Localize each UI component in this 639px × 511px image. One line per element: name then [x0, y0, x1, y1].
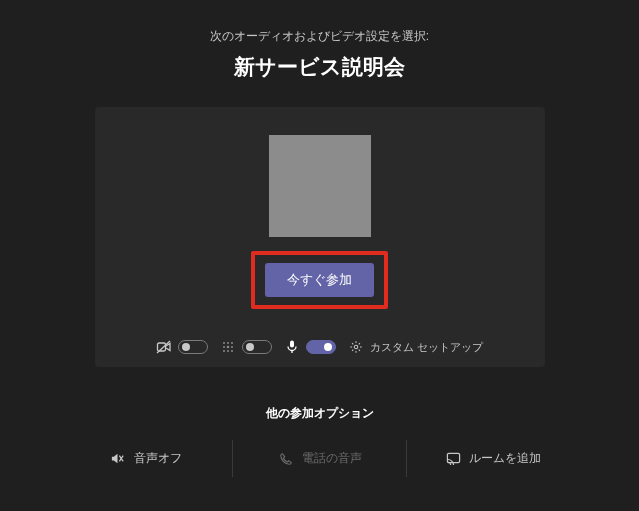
av-settings-subtitle: 次のオーディオおよびビデオ設定を選択: [0, 28, 639, 45]
background-blur-icon [220, 339, 236, 355]
phone-icon [278, 451, 294, 467]
svg-point-8 [223, 350, 225, 352]
gear-icon [348, 339, 364, 355]
phone-audio-label: 電話の音声 [302, 450, 362, 467]
add-room-option[interactable]: ルームを追加 [407, 440, 580, 477]
svg-point-4 [231, 342, 233, 344]
svg-point-6 [227, 346, 230, 349]
video-preview-card: 今すぐ参加 [95, 107, 545, 367]
phone-audio-option[interactable]: 電話の音声 [233, 440, 407, 477]
av-controls-bar: カスタム セットアップ [95, 339, 545, 355]
other-options-heading: 他の参加オプション [0, 405, 639, 422]
other-options-row: 音声オフ 電話の音声 ルームを追加 [60, 440, 580, 477]
speaker-off-icon [110, 451, 126, 467]
join-highlight: 今すぐ参加 [251, 251, 388, 309]
avatar-placeholder [269, 135, 371, 237]
custom-setup-label: カスタム セットアップ [370, 340, 483, 355]
svg-point-13 [354, 345, 358, 349]
custom-setup-button[interactable]: カスタム セットアップ [348, 339, 483, 355]
svg-point-5 [223, 346, 225, 348]
svg-point-10 [231, 350, 233, 352]
camera-toggle[interactable] [178, 340, 208, 354]
camera-off-icon [156, 339, 172, 355]
svg-rect-16 [447, 453, 459, 462]
microphone-icon [284, 339, 300, 355]
audio-off-label: 音声オフ [134, 450, 182, 467]
svg-point-7 [231, 346, 233, 348]
microphone-toggle[interactable] [306, 340, 336, 354]
blur-toggle[interactable] [242, 340, 272, 354]
add-room-label: ルームを追加 [469, 450, 541, 467]
cast-icon [445, 451, 461, 467]
join-now-button[interactable]: 今すぐ参加 [265, 263, 374, 297]
svg-point-2 [223, 342, 225, 344]
svg-point-9 [227, 350, 229, 352]
svg-rect-11 [290, 341, 294, 348]
svg-point-3 [227, 342, 229, 344]
meeting-title: 新サービス説明会 [0, 53, 639, 81]
audio-off-option[interactable]: 音声オフ [60, 440, 234, 477]
